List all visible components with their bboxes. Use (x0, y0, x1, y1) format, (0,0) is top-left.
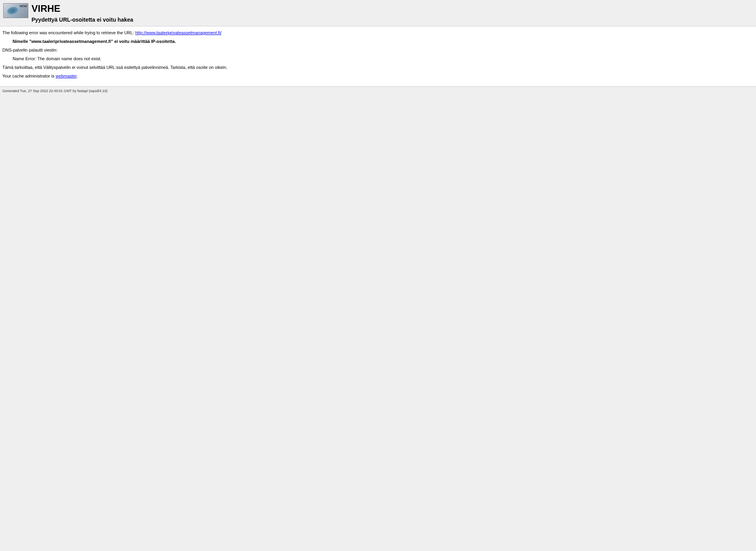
failed-url-link[interactable]: http://www.taaleriprivateassetmanagement… (135, 30, 222, 35)
admin-suffix: . (77, 74, 78, 78)
header-text-container: VIRHE Pyydettyä URL-osoitetta ei voitu h… (32, 3, 133, 23)
error-intro: The following error was encountered whil… (2, 30, 754, 35)
page-subtitle: Pyydettyä URL-osoitetta ei voitu hakea (32, 17, 133, 23)
main-content: The following error was encountered whil… (0, 26, 756, 87)
dns-error-message: Nimelle "www.taaleriprivateassetmanageme… (13, 39, 754, 44)
page-footer: Generated Tue, 27 Sep 2022 22:49:01 GMT … (0, 87, 756, 95)
squid-logo: NOW (3, 3, 28, 18)
error-prefix: The following error was encountered whil… (2, 30, 135, 35)
admin-contact: Your cache administrator is webmaster. (2, 74, 754, 78)
page-title: VIRHE (32, 3, 133, 14)
page-header: NOW VIRHE Pyydettyä URL-osoitetta ei voi… (0, 0, 756, 26)
generated-timestamp: Generated Tue, 27 Sep 2022 22:49:01 GMT … (2, 89, 107, 93)
name-error-message: Name Error: The domain name does not exi… (13, 56, 754, 61)
logo-text: NOW (20, 4, 27, 8)
error-explanation: Tämä tarkoittaa, että Välityspalvelin ei… (2, 65, 754, 70)
webmaster-link[interactable]: webmaster (56, 74, 76, 78)
admin-prefix: Your cache administrator is (2, 74, 56, 78)
dns-returned-label: DNS-palvelin palautti viestin: (2, 48, 754, 52)
